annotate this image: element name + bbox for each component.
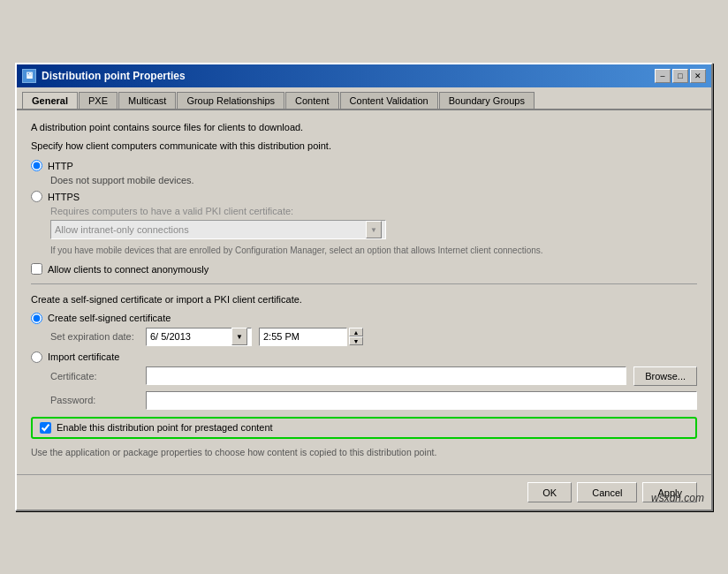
button-bar: OK Cancel Apply: [17, 474, 711, 510]
expiration-label: Set expiration date:: [50, 331, 139, 342]
import-cert-label: Import certificate: [48, 351, 119, 362]
create-cert-radio[interactable]: [31, 313, 42, 324]
http-radio[interactable]: [31, 160, 42, 171]
time-spinner[interactable]: ▲ ▼: [349, 328, 363, 345]
password-row: Password:: [50, 391, 697, 410]
window-title: Distribution point Properties: [42, 70, 186, 82]
cancel-button[interactable]: Cancel: [577, 482, 637, 502]
prestaged-checkbox[interactable]: [40, 422, 51, 434]
tab-content-validation[interactable]: Content Validation: [340, 92, 438, 110]
anon-checkbox[interactable]: [31, 263, 42, 275]
tab-content[interactable]: Content: [285, 92, 339, 110]
tab-boundary-groups[interactable]: Boundary Groups: [439, 92, 535, 110]
https-label: HTTPS: [48, 192, 80, 202]
tab-group-relationships[interactable]: Group Relationships: [177, 92, 284, 110]
certificate-row: Certificate: Browse...: [50, 366, 697, 386]
title-bar-left: 🖥 Distribution point Properties: [22, 69, 186, 83]
time-value: 2:55 PM: [263, 331, 300, 342]
spinner-up-icon[interactable]: ▲: [349, 328, 363, 336]
connection-combo-row: Allow intranet-only connections ▼: [50, 220, 697, 239]
window-icon: 🖥: [22, 69, 36, 83]
prestaged-label: Enable this distribution point for prest…: [57, 422, 273, 433]
content-area: A distribution point contains source fil…: [17, 110, 711, 475]
certificate-input[interactable]: [146, 366, 626, 385]
separator: [31, 283, 697, 284]
certificate-label: Certificate:: [50, 371, 139, 381]
combo-value: Allow intranet-only connections: [55, 224, 189, 235]
http-note: Does not support mobile devices.: [50, 175, 697, 185]
tab-bar: General PXE Multicast Group Relationship…: [17, 87, 711, 110]
spinner-down-icon[interactable]: ▼: [349, 336, 363, 345]
prestaged-highlight-box: Enable this distribution point for prest…: [31, 417, 697, 439]
intro-line1: A distribution point contains source fil…: [31, 121, 697, 134]
time-input[interactable]: 2:55 PM: [259, 328, 347, 346]
password-label: Password:: [50, 395, 139, 405]
expiration-row: Set expiration date: 6/ 5/2013 ▼ 2:55 PM…: [50, 328, 697, 346]
close-button[interactable]: ✕: [690, 69, 706, 83]
tab-multicast[interactable]: Multicast: [118, 92, 176, 110]
ok-button[interactable]: OK: [527, 482, 572, 502]
connection-combo[interactable]: Allow intranet-only connections ▼: [50, 220, 386, 239]
maximize-button[interactable]: □: [672, 69, 688, 83]
prestaged-note: Use the application or package propertie…: [31, 446, 697, 459]
date-input[interactable]: 6/ 5/2013 ▼: [146, 328, 252, 346]
tab-pxe[interactable]: PXE: [79, 92, 118, 110]
combo-arrow-icon[interactable]: ▼: [366, 221, 382, 238]
title-bar: 🖥 Distribution point Properties – □ ✕: [17, 64, 711, 87]
date-dropdown-icon[interactable]: ▼: [231, 328, 247, 345]
http-label: HTTP: [48, 161, 73, 171]
watermark: wsxdn.com: [651, 492, 704, 504]
title-controls: – □ ✕: [655, 69, 706, 83]
tab-general[interactable]: General: [22, 92, 78, 110]
cert-section-label: Create a self-signed certificate or impo…: [31, 293, 697, 306]
dialog-window: 🖥 Distribution point Properties – □ ✕ Ge…: [15, 63, 713, 512]
create-cert-radio-row: Create self-signed certificate: [31, 313, 697, 324]
intro-line2: Specify how client computers communicate…: [31, 140, 697, 153]
import-cert-radio[interactable]: [31, 351, 42, 363]
password-input[interactable]: [146, 391, 697, 410]
minimize-button[interactable]: –: [655, 69, 671, 83]
mobile-note: If you have mobile devices that are enro…: [50, 245, 697, 256]
http-radio-row: HTTP: [31, 160, 697, 171]
browse-button[interactable]: Browse...: [633, 366, 697, 386]
date-value: 6/ 5/2013: [150, 331, 191, 342]
anon-label: Allow clients to connect anonymously: [48, 264, 209, 275]
import-cert-radio-row: Import certificate: [31, 351, 697, 363]
https-radio[interactable]: [31, 191, 42, 202]
anon-checkbox-row: Allow clients to connect anonymously: [31, 263, 697, 275]
protocol-radio-group: HTTP Does not support mobile devices. HT…: [31, 160, 697, 256]
https-note: Requires computers to have a valid PKI c…: [50, 206, 697, 216]
create-cert-label: Create self-signed certificate: [48, 313, 171, 323]
https-radio-row: HTTPS: [31, 191, 697, 202]
